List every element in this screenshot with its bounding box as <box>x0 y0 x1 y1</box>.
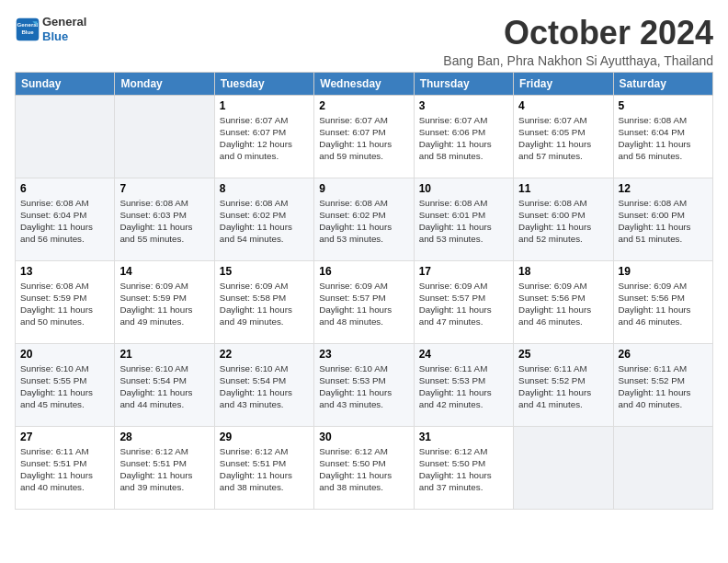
day-number: 31 <box>419 431 508 443</box>
calendar-cell: 31Sunrise: 6:12 AMSunset: 5:50 PMDayligh… <box>414 426 513 509</box>
calendar-cell: 12Sunrise: 6:08 AMSunset: 6:00 PMDayligh… <box>613 178 712 260</box>
day-number: 9 <box>319 182 408 195</box>
calendar-cell: 28Sunrise: 6:12 AMSunset: 5:51 PMDayligh… <box>115 426 214 509</box>
calendar-cell: 19Sunrise: 6:09 AMSunset: 5:56 PMDayligh… <box>613 260 712 343</box>
calendar-cell: 25Sunrise: 6:11 AMSunset: 5:52 PMDayligh… <box>514 343 613 426</box>
calendar-week-5: 27Sunrise: 6:11 AMSunset: 5:51 PMDayligh… <box>16 426 713 509</box>
cell-info: Sunrise: 6:10 AMSunset: 5:54 PMDaylight:… <box>119 362 209 411</box>
cell-info: Sunrise: 6:07 AMSunset: 6:07 PMDaylight:… <box>220 114 309 163</box>
calendar-cell <box>115 95 214 178</box>
day-number: 29 <box>220 431 309 443</box>
calendar-cell: 3Sunrise: 6:07 AMSunset: 6:06 PMDaylight… <box>414 95 513 178</box>
day-number: 24 <box>419 348 508 361</box>
cell-info: Sunrise: 6:09 AMSunset: 5:59 PMDaylight:… <box>119 280 209 328</box>
calendar-cell: 27Sunrise: 6:11 AMSunset: 5:51 PMDayligh… <box>16 426 115 509</box>
calendar-cell: 11Sunrise: 6:08 AMSunset: 6:00 PMDayligh… <box>514 178 613 260</box>
day-number: 23 <box>319 348 408 361</box>
cell-info: Sunrise: 6:10 AMSunset: 5:54 PMDaylight:… <box>220 362 309 411</box>
calendar-week-4: 20Sunrise: 6:10 AMSunset: 5:55 PMDayligh… <box>16 343 713 426</box>
page-header: General Blue General Blue October 2024 B… <box>15 15 713 68</box>
day-number: 21 <box>119 348 209 361</box>
day-number: 14 <box>119 265 209 278</box>
logo-text: General Blue <box>42 15 86 43</box>
day-number: 15 <box>220 265 309 278</box>
cell-info: Sunrise: 6:09 AMSunset: 5:58 PMDaylight:… <box>220 280 309 328</box>
day-number: 7 <box>119 182 209 195</box>
day-number: 18 <box>518 265 608 278</box>
cell-info: Sunrise: 6:08 AMSunset: 6:02 PMDaylight:… <box>319 197 408 246</box>
cell-info: Sunrise: 6:12 AMSunset: 5:50 PMDaylight:… <box>419 445 508 494</box>
calendar-cell: 20Sunrise: 6:10 AMSunset: 5:55 PMDayligh… <box>16 343 115 426</box>
day-number: 8 <box>220 182 309 195</box>
day-number: 4 <box>518 99 608 112</box>
calendar-cell: 2Sunrise: 6:07 AMSunset: 6:07 PMDaylight… <box>314 95 414 178</box>
calendar-week-3: 13Sunrise: 6:08 AMSunset: 5:59 PMDayligh… <box>16 260 713 343</box>
calendar-cell: 30Sunrise: 6:12 AMSunset: 5:50 PMDayligh… <box>314 426 414 509</box>
calendar-cell <box>514 426 613 509</box>
calendar-week-1: 1Sunrise: 6:07 AMSunset: 6:07 PMDaylight… <box>16 95 713 178</box>
cell-info: Sunrise: 6:07 AMSunset: 6:06 PMDaylight:… <box>419 114 508 163</box>
cell-info: Sunrise: 6:12 AMSunset: 5:50 PMDaylight:… <box>319 445 408 494</box>
month-title: October 2024 <box>443 15 713 52</box>
day-number: 16 <box>319 265 408 278</box>
cell-info: Sunrise: 6:08 AMSunset: 6:00 PMDaylight:… <box>518 197 608 246</box>
day-number: 25 <box>518 348 608 361</box>
cell-info: Sunrise: 6:09 AMSunset: 5:57 PMDaylight:… <box>419 280 508 328</box>
day-number: 10 <box>419 182 508 195</box>
cell-info: Sunrise: 6:12 AMSunset: 5:51 PMDaylight:… <box>220 445 309 494</box>
day-number: 22 <box>220 348 309 361</box>
cell-info: Sunrise: 6:11 AMSunset: 5:52 PMDaylight:… <box>518 362 608 411</box>
weekday-header-thursday: Thursday <box>414 72 513 95</box>
day-number: 30 <box>319 431 408 443</box>
day-number: 26 <box>619 348 708 361</box>
calendar-cell: 26Sunrise: 6:11 AMSunset: 5:52 PMDayligh… <box>613 343 712 426</box>
calendar-cell: 6Sunrise: 6:08 AMSunset: 6:04 PMDaylight… <box>16 178 115 260</box>
day-number: 6 <box>20 182 109 195</box>
day-number: 11 <box>518 182 608 195</box>
cell-info: Sunrise: 6:07 AMSunset: 6:07 PMDaylight:… <box>319 114 408 163</box>
calendar-cell <box>16 95 115 178</box>
cell-info: Sunrise: 6:07 AMSunset: 6:05 PMDaylight:… <box>518 114 608 163</box>
calendar-cell: 5Sunrise: 6:08 AMSunset: 6:04 PMDaylight… <box>613 95 712 178</box>
calendar-cell: 23Sunrise: 6:10 AMSunset: 5:53 PMDayligh… <box>314 343 414 426</box>
cell-info: Sunrise: 6:09 AMSunset: 5:56 PMDaylight:… <box>518 280 608 328</box>
cell-info: Sunrise: 6:08 AMSunset: 6:01 PMDaylight:… <box>419 197 508 246</box>
svg-text:Blue: Blue <box>21 29 34 35</box>
day-number: 2 <box>319 99 408 112</box>
day-number: 28 <box>119 431 209 443</box>
cell-info: Sunrise: 6:08 AMSunset: 6:04 PMDaylight:… <box>619 114 708 163</box>
calendar-cell: 24Sunrise: 6:11 AMSunset: 5:53 PMDayligh… <box>414 343 513 426</box>
calendar-week-2: 6Sunrise: 6:08 AMSunset: 6:04 PMDaylight… <box>16 178 713 260</box>
calendar-cell: 21Sunrise: 6:10 AMSunset: 5:54 PMDayligh… <box>115 343 214 426</box>
weekday-header-sunday: Sunday <box>16 72 115 95</box>
day-number: 27 <box>20 431 109 443</box>
weekday-header-row: SundayMondayTuesdayWednesdayThursdayFrid… <box>16 72 713 95</box>
weekday-header-friday: Friday <box>514 72 613 95</box>
day-number: 13 <box>20 265 109 278</box>
calendar-cell: 14Sunrise: 6:09 AMSunset: 5:59 PMDayligh… <box>115 260 214 343</box>
calendar-cell: 22Sunrise: 6:10 AMSunset: 5:54 PMDayligh… <box>214 343 313 426</box>
calendar-cell <box>613 426 712 509</box>
title-block: October 2024 Bang Ban, Phra Nakhon Si Ay… <box>443 15 713 68</box>
cell-info: Sunrise: 6:11 AMSunset: 5:51 PMDaylight:… <box>20 445 109 494</box>
calendar-cell: 10Sunrise: 6:08 AMSunset: 6:01 PMDayligh… <box>414 178 513 260</box>
calendar-cell: 16Sunrise: 6:09 AMSunset: 5:57 PMDayligh… <box>314 260 414 343</box>
cell-info: Sunrise: 6:08 AMSunset: 6:04 PMDaylight:… <box>20 197 109 246</box>
cell-info: Sunrise: 6:10 AMSunset: 5:55 PMDaylight:… <box>20 362 109 411</box>
calendar-cell: 17Sunrise: 6:09 AMSunset: 5:57 PMDayligh… <box>414 260 513 343</box>
cell-info: Sunrise: 6:09 AMSunset: 5:56 PMDaylight:… <box>619 280 708 328</box>
cell-info: Sunrise: 6:09 AMSunset: 5:57 PMDaylight:… <box>319 280 408 328</box>
day-number: 20 <box>20 348 109 361</box>
cell-info: Sunrise: 6:08 AMSunset: 6:00 PMDaylight:… <box>619 197 708 246</box>
cell-info: Sunrise: 6:12 AMSunset: 5:51 PMDaylight:… <box>119 445 209 494</box>
cell-info: Sunrise: 6:08 AMSunset: 5:59 PMDaylight:… <box>20 280 109 328</box>
weekday-header-saturday: Saturday <box>613 72 712 95</box>
weekday-header-monday: Monday <box>115 72 214 95</box>
weekday-header-wednesday: Wednesday <box>314 72 414 95</box>
day-number: 19 <box>619 265 708 278</box>
calendar-cell: 18Sunrise: 6:09 AMSunset: 5:56 PMDayligh… <box>514 260 613 343</box>
calendar-cell: 4Sunrise: 6:07 AMSunset: 6:05 PMDaylight… <box>514 95 613 178</box>
logo-icon: General Blue <box>15 17 40 42</box>
calendar-table: SundayMondayTuesdayWednesdayThursdayFrid… <box>15 72 713 510</box>
cell-info: Sunrise: 6:08 AMSunset: 6:03 PMDaylight:… <box>119 197 209 246</box>
